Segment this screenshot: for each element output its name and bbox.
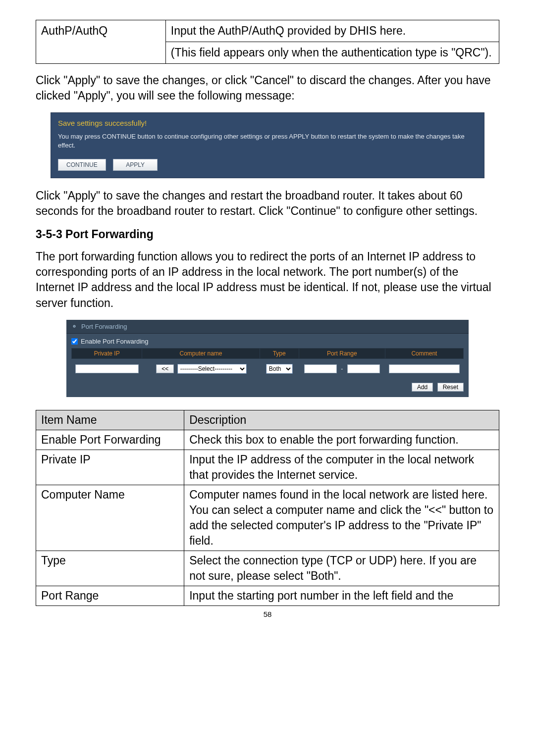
row-desc: Select the connection type (TCP or UDP) … xyxy=(184,551,499,586)
copy-ip-button[interactable]: << xyxy=(156,364,174,373)
row-desc: Computer names found in the local networ… xyxy=(184,485,499,551)
port-range-end-input[interactable] xyxy=(347,364,380,373)
add-button[interactable]: Add xyxy=(412,383,433,392)
continue-button[interactable]: CONTINUE xyxy=(58,159,106,171)
row-name: Type xyxy=(36,551,184,586)
port-forwarding-table: Private IP Computer name Type Port Range… xyxy=(71,348,464,376)
svg-point-1 xyxy=(74,326,75,327)
private-ip-input[interactable] xyxy=(75,364,139,373)
port-range-start-input[interactable] xyxy=(304,364,337,373)
type-select[interactable]: Both xyxy=(266,364,293,374)
authp-authq-key: AuthP/AuthQ xyxy=(36,20,166,64)
enable-port-forwarding-row: Enable Port Forwarding xyxy=(66,334,469,348)
table-row: << ---------Select--------- Both - xyxy=(72,358,464,375)
row-name: Enable Port Forwarding xyxy=(36,430,184,450)
col-computer-name: Computer name xyxy=(142,348,260,358)
save-settings-title: Save settings successfully! xyxy=(58,119,477,127)
row-desc: Input the IP address of the computer in … xyxy=(184,450,499,485)
col-type: Type xyxy=(260,348,299,358)
desc-table-header-item: Item Name xyxy=(36,410,184,430)
enable-port-forwarding-label: Enable Port Forwarding xyxy=(81,338,149,345)
paragraph-port-forwarding-intro: The port forwarding function allows you … xyxy=(36,249,499,310)
apply-button[interactable]: APPLY xyxy=(113,159,158,171)
port-forwarding-title: Port Forwarding xyxy=(81,323,127,330)
table-row: Enable Port Forwarding Check this box to… xyxy=(36,430,499,450)
port-forwarding-titlebar: Port Forwarding xyxy=(66,320,469,334)
table-row: Port Range Input the starting port numbe… xyxy=(36,586,499,606)
port-forwarding-actions: Add Reset xyxy=(66,376,469,392)
row-desc: Input the starting port number in the le… xyxy=(184,586,499,606)
section-heading-port-forwarding: 3-5-3 Port Forwarding xyxy=(36,228,499,241)
col-port-range: Port Range xyxy=(299,348,385,358)
col-comment: Comment xyxy=(385,348,463,358)
paragraph-restart: Click "Apply" to save the changes and re… xyxy=(36,188,499,219)
table-row: Type Select the connection type (TCP or … xyxy=(36,551,499,586)
reset-button[interactable]: Reset xyxy=(437,383,464,392)
col-private-ip: Private IP xyxy=(72,348,142,358)
comment-input[interactable] xyxy=(389,364,460,373)
table-row: Private IP Input the IP address of the c… xyxy=(36,450,499,485)
gear-icon xyxy=(71,323,77,329)
row-desc: Check this box to enable the port forwar… xyxy=(184,430,499,450)
description-table: Item Name Description Enable Port Forwar… xyxy=(36,410,499,606)
save-settings-message: You may press CONTINUE button to continu… xyxy=(58,132,477,150)
desc-table-header-desc: Description xyxy=(184,410,499,430)
save-settings-panel: Save settings successfully! You may pres… xyxy=(51,112,484,178)
row-name: Computer Name xyxy=(36,485,184,551)
page-number: 58 xyxy=(36,610,499,618)
paragraph-apply-cancel: Click "Apply" to save the changes, or cl… xyxy=(36,73,499,103)
port-range-separator: - xyxy=(340,365,344,372)
computer-name-select[interactable]: ---------Select--------- xyxy=(177,364,247,374)
row-name: Port Range xyxy=(36,586,184,606)
authp-authq-table: AuthP/AuthQ Input the AuthP/AuthQ provid… xyxy=(36,20,499,64)
authp-authq-desc1: Input the AuthP/AuthQ provided by DHIS h… xyxy=(165,20,499,42)
port-forwarding-panel: Port Forwarding Enable Port Forwarding P… xyxy=(66,320,469,397)
enable-port-forwarding-checkbox[interactable] xyxy=(71,338,78,345)
table-row: Computer Name Computer names found in th… xyxy=(36,485,499,551)
row-name: Private IP xyxy=(36,450,184,485)
authp-authq-desc2: (This field appears only when the authen… xyxy=(165,42,499,64)
save-settings-buttons: CONTINUE APPLY xyxy=(58,156,477,171)
